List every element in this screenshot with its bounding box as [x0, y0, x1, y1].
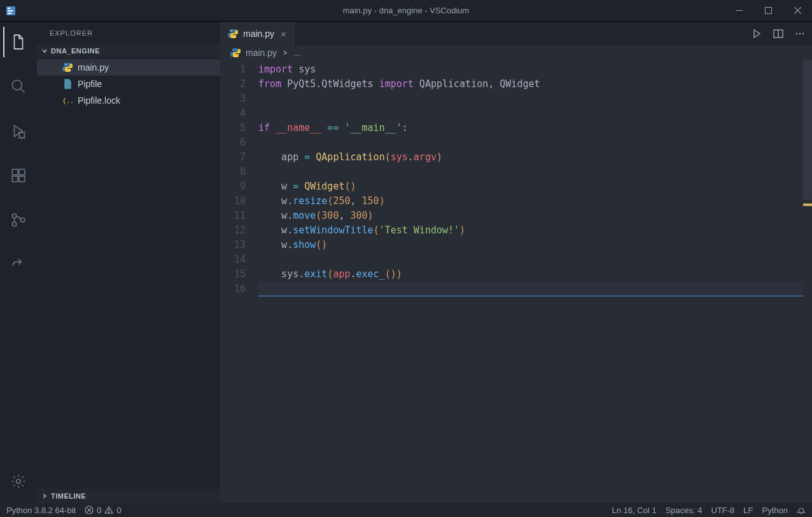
line-number-gutter: 12345678910111213141516: [220, 60, 258, 503]
svg-point-7: [19, 132, 25, 138]
code-line[interactable]: [258, 135, 812, 150]
tab-main-py[interactable]: main.py ×: [220, 22, 296, 46]
python-icon: [228, 29, 238, 39]
svg-point-12: [12, 214, 17, 218]
svg-point-15: [17, 479, 21, 484]
file-name: Pipfile.lock: [78, 95, 120, 106]
activity-share[interactable]: [3, 249, 34, 280]
activity-explorer[interactable]: [3, 27, 34, 57]
app-menu-icon[interactable]: [0, 5, 22, 17]
code-line[interactable]: w = QWidget(): [258, 179, 812, 194]
svg-rect-8: [12, 169, 18, 175]
file-row-main-py[interactable]: main.py: [37, 59, 220, 76]
code-line[interactable]: import sys: [258, 62, 812, 77]
code-line[interactable]: [258, 252, 812, 267]
tab-bar: main.py ×: [220, 22, 812, 46]
code-line[interactable]: sys.exit(app.exec_()): [258, 267, 812, 282]
activity-debug[interactable]: [3, 116, 34, 146]
code-line[interactable]: if __name__ == '__main__':: [258, 121, 812, 135]
svg-point-19: [230, 30, 232, 31]
svg-rect-1: [8, 8, 10, 9]
folder-name: DNA_ENGINE: [51, 47, 100, 55]
window-controls: [724, 0, 812, 21]
activity-search[interactable]: [3, 71, 34, 102]
svg-point-6: [12, 80, 22, 90]
run-icon[interactable]: [751, 28, 762, 39]
svg-text:{..}: {..}: [62, 97, 73, 104]
code-line[interactable]: [258, 92, 812, 106]
svg-point-20: [234, 36, 235, 38]
code-content[interactable]: import sysfrom PyQt5.QtWidgets import QA…: [258, 60, 812, 503]
json-icon: {..}: [62, 95, 73, 106]
svg-point-17: [69, 70, 70, 71]
tab-close-button[interactable]: ×: [279, 29, 288, 39]
timeline-section-header[interactable]: TIMELINE: [37, 489, 220, 503]
svg-point-24: [799, 33, 801, 35]
activity-settings[interactable]: [3, 466, 34, 497]
status-python-interpreter[interactable]: Python 3.8.2 64-bit: [6, 506, 76, 515]
editor-region: main.py × main.py ... 123456789101112131…: [220, 22, 812, 503]
split-editor-icon[interactable]: [773, 28, 784, 39]
file-row-Pipfile-lock[interactable]: {..}Pipfile.lock: [37, 92, 220, 109]
status-encoding[interactable]: UTF-8: [711, 506, 735, 515]
breadcrumb-file: main.py: [246, 48, 277, 58]
status-bar: Python 3.8.2 64-bit 0 0 Ln 16, Col 1 Spa…: [0, 503, 812, 517]
code-line[interactable]: w.resize(250, 150): [258, 194, 812, 209]
minimize-button[interactable]: [724, 0, 753, 21]
status-cursor-position[interactable]: Ln 16, Col 1: [612, 506, 657, 515]
folder-section-header[interactable]: DNA_ENGINE: [37, 44, 220, 58]
breadcrumb-more: ...: [293, 48, 301, 58]
minimap-mark: [803, 203, 812, 206]
code-line[interactable]: [258, 165, 812, 179]
explorer-sidebar: EXPLORER DNA_ENGINE main.pyPipfile{..}Pi…: [37, 22, 220, 503]
error-count: 0: [97, 506, 101, 515]
code-line[interactable]: app = QApplication(sys.argv): [258, 150, 812, 165]
svg-point-25: [802, 33, 804, 35]
timeline-label: TIMELINE: [51, 492, 86, 500]
minimap-thumb[interactable]: [803, 60, 812, 200]
svg-rect-3: [8, 13, 11, 14]
window-title: main.py - dna_engine - VSCodium: [343, 6, 470, 15]
status-problems[interactable]: 0 0: [85, 506, 121, 515]
python-icon: [62, 62, 73, 72]
status-eol[interactable]: LF: [743, 506, 753, 515]
code-line[interactable]: w.move(300, 300): [258, 209, 812, 223]
svg-rect-10: [12, 176, 18, 182]
file-list: main.pyPipfile{..}Pipfile.lock: [37, 58, 220, 109]
activity-bar: [0, 22, 37, 503]
error-icon: [85, 506, 94, 514]
status-indentation[interactable]: Spaces: 4: [666, 506, 703, 515]
file-row-Pipfile[interactable]: Pipfile: [37, 76, 220, 92]
warning-icon: [104, 506, 113, 514]
code-line[interactable]: from PyQt5.QtWidgets import QApplication…: [258, 77, 812, 92]
chevron-right-icon: [282, 50, 288, 56]
code-area[interactable]: 12345678910111213141516 import sysfrom P…: [220, 60, 812, 503]
svg-rect-9: [19, 169, 25, 175]
svg-point-23: [796, 33, 798, 35]
svg-rect-5: [765, 8, 771, 14]
svg-point-13: [12, 222, 17, 226]
tab-label: main.py: [243, 29, 274, 39]
status-language[interactable]: Python: [762, 506, 788, 515]
warning-count: 0: [116, 506, 121, 515]
activity-extensions[interactable]: [3, 160, 34, 191]
file-icon: [62, 79, 73, 89]
status-bell-icon[interactable]: [797, 506, 806, 514]
more-icon[interactable]: [794, 28, 806, 39]
minimap[interactable]: [803, 60, 812, 503]
code-line[interactable]: w.show(): [258, 238, 812, 252]
python-icon: [230, 48, 241, 58]
maximize-button[interactable]: [753, 0, 783, 21]
svg-rect-11: [19, 176, 25, 182]
code-line[interactable]: w.setWindowTitle('Test Window!'): [258, 223, 812, 238]
code-line[interactable]: [258, 106, 812, 121]
breadcrumb[interactable]: main.py ...: [220, 46, 812, 60]
activity-source-control[interactable]: [3, 205, 34, 235]
close-button[interactable]: [783, 0, 812, 21]
svg-rect-2: [8, 10, 13, 11]
file-name: main.py: [78, 62, 109, 72]
titlebar: main.py - dna_engine - VSCodium: [0, 0, 812, 22]
svg-point-16: [65, 64, 66, 65]
file-name: Pipfile: [78, 79, 102, 89]
svg-point-14: [20, 218, 25, 223]
